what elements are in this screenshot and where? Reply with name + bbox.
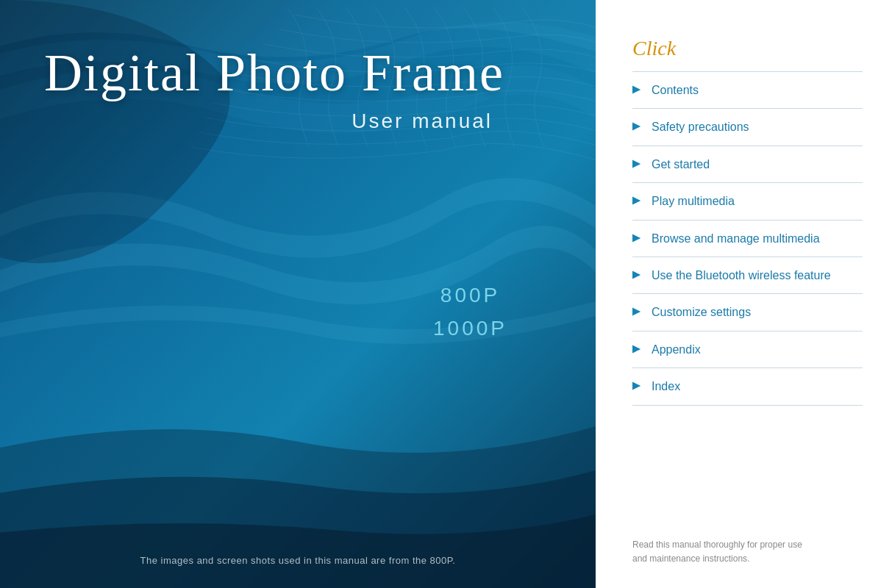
nav-link-browse-manage-multimedia[interactable]: Browse and manage multimedia	[632, 220, 863, 257]
svg-marker-4	[632, 197, 641, 205]
footer-note: Read this manual thoroughly for proper u…	[632, 538, 863, 566]
svg-marker-5	[632, 234, 641, 242]
nav-link-customize-settings[interactable]: Customize settings	[632, 294, 863, 330]
nav-arrow-icon-appendix	[632, 343, 646, 356]
nav-link-safety-precautions[interactable]: Safety precautions	[632, 109, 863, 145]
nav-label-get-started: Get started	[652, 157, 710, 173]
svg-marker-8	[632, 345, 641, 353]
svg-marker-9	[632, 382, 641, 390]
svg-marker-6	[632, 270, 641, 279]
nav-item-bluetooth: Use the Bluetooth wireless feature	[632, 257, 863, 294]
svg-marker-7	[632, 308, 641, 316]
nav-label-customize-settings: Customize settings	[652, 304, 751, 320]
nav-label-play-multimedia: Play multimedia	[652, 193, 735, 209]
nav-label-browse-manage-multimedia: Browse and manage multimedia	[652, 231, 820, 247]
nav-item-contents: Contents	[632, 72, 863, 109]
nav-arrow-icon-bluetooth	[632, 268, 646, 282]
nav-link-play-multimedia[interactable]: Play multimedia	[632, 183, 863, 219]
nav-link-index[interactable]: Index	[632, 368, 863, 404]
click-heading: Click	[632, 37, 863, 60]
nav-item-customize-settings: Customize settings	[632, 294, 863, 331]
nav-label-safety-precautions: Safety precautions	[652, 119, 749, 135]
nav-arrow-icon-index	[632, 379, 646, 392]
model-800p: 800P 1000P	[433, 279, 507, 345]
model-numbers: 800P 1000P	[433, 279, 507, 345]
nav-link-bluetooth[interactable]: Use the Bluetooth wireless feature	[632, 257, 863, 293]
nav-item-safety-precautions: Safety precautions	[632, 109, 863, 146]
nav-item-appendix: Appendix	[632, 331, 863, 368]
nav-label-appendix: Appendix	[652, 342, 701, 358]
nav-item-play-multimedia: Play multimedia	[632, 183, 863, 220]
nav-label-bluetooth: Use the Bluetooth wireless feature	[652, 268, 831, 284]
nav-link-contents[interactable]: Contents	[632, 72, 863, 108]
nav-arrow-icon-play-multimedia	[632, 194, 646, 207]
product-title: Digital Photo Frame	[44, 44, 552, 102]
nav-arrow-icon-customize-settings	[632, 305, 646, 318]
nav-item-get-started: Get started	[632, 146, 863, 183]
nav-arrow-icon-contents	[632, 83, 646, 96]
right-panel: Click ContentsSafety precautionsGet star…	[596, 0, 892, 588]
nav-link-appendix[interactable]: Appendix	[632, 331, 863, 368]
bottom-note: The images and screen shots used in this…	[0, 555, 596, 566]
nav-link-get-started[interactable]: Get started	[632, 146, 863, 182]
nav-arrow-icon-get-started	[632, 157, 646, 171]
left-panel: Digital Photo Frame User manual 800P 100…	[0, 0, 596, 588]
nav-item-browse-manage-multimedia: Browse and manage multimedia	[632, 220, 863, 257]
svg-marker-3	[632, 159, 641, 168]
product-subtitle: User manual	[44, 110, 493, 133]
nav-label-index: Index	[652, 379, 680, 395]
svg-marker-1	[632, 85, 641, 93]
nav-list: ContentsSafety precautionsGet startedPla…	[632, 72, 863, 523]
nav-item-index: Index	[632, 368, 863, 405]
nav-arrow-icon-browse-manage-multimedia	[632, 232, 646, 245]
nav-arrow-icon-safety-precautions	[632, 120, 646, 133]
nav-label-contents: Contents	[652, 82, 699, 98]
svg-marker-2	[632, 123, 641, 131]
